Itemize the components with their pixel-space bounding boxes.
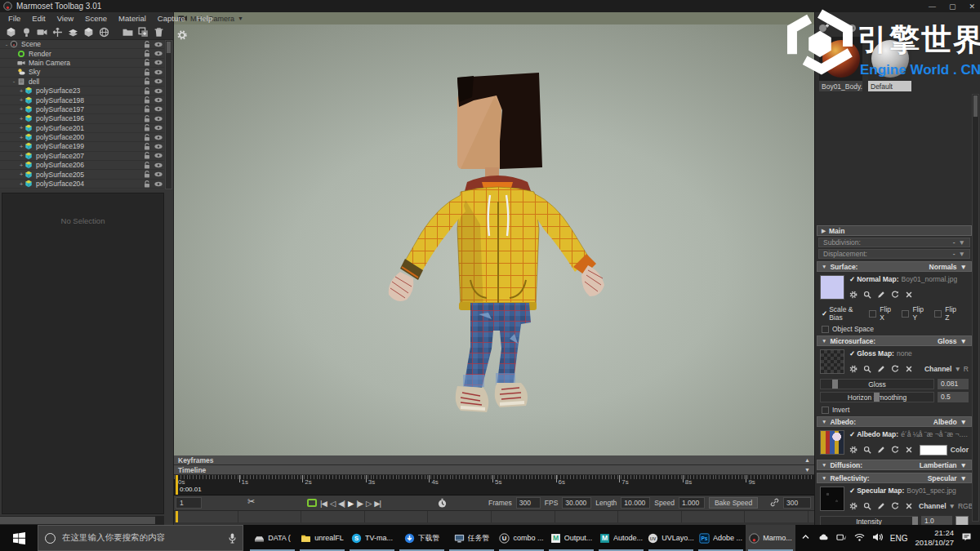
visibility-eye-icon[interactable] [153,106,164,112]
expand-up-icon[interactable]: ▲ [804,457,810,463]
lock-icon[interactable] [141,152,153,159]
minimize-button[interactable]: — [929,2,936,11]
visibility-eye-icon[interactable] [153,88,164,94]
title-bar[interactable]: Marmoset Toolbag 3.01 — ▢ ✕ [0,0,980,12]
open-folder-icon[interactable] [121,26,135,38]
playhead[interactable] [176,511,178,522]
scene-node-polysurface204[interactable]: + polySurface204 [0,180,164,189]
visibility-eye-icon[interactable] [153,125,164,131]
scene-node-dell[interactable]: - dell [0,78,164,87]
speaker-icon[interactable] [872,532,883,544]
section-main[interactable]: ▶ Main [817,225,972,236]
scene-node-render[interactable]: Render [0,49,164,58]
expander[interactable]: + [18,162,24,169]
lock-icon[interactable] [141,171,153,178]
scene-node-polysurface23[interactable]: + polySurface23 [0,87,164,96]
expander[interactable]: + [18,124,24,131]
diffusion-mode-dropdown[interactable]: Lambertian▼ [920,461,967,469]
lock-icon[interactable] [141,41,153,48]
scene-node-polysurface196[interactable]: + polySurface196 [0,114,164,123]
lock-icon[interactable] [141,59,153,66]
jump-end-button[interactable]: ▶| [374,499,381,508]
scene-tree-scrollbar[interactable] [165,40,172,189]
add-shadow-icon[interactable] [66,26,80,38]
menu-view[interactable]: View [52,13,78,24]
playhead[interactable] [176,475,178,495]
lock-icon[interactable] [141,50,153,57]
visibility-eye-icon[interactable] [153,135,164,140]
tray-chevron-up-icon[interactable] [800,532,811,544]
visibility-eye-icon[interactable] [153,171,164,177]
reflectivity-mode-dropdown[interactable]: Specular▼ [928,474,967,482]
cut-keyframe-icon[interactable]: ✂ [247,496,255,507]
viewport-header[interactable]: Main Camera ▼ [174,12,814,24]
visibility-eye-icon[interactable] [153,69,164,75]
menu-edit[interactable]: Edit [27,13,50,24]
clear-icon[interactable] [905,362,913,376]
jump-start-button[interactable]: |◀ [320,499,327,508]
duplicate-icon[interactable] [136,26,150,38]
albedo-map-thumbnail[interactable] [820,430,844,455]
menu-scene[interactable]: Scene [80,13,112,24]
section-albedo[interactable]: ▼ Albedo: Albedo▼ [817,416,972,427]
lock-icon[interactable] [141,69,153,76]
lock-icon[interactable] [141,87,153,95]
gear-icon[interactable] [849,287,858,302]
add-light-icon[interactable] [20,26,33,38]
gear-icon[interactable] [849,499,858,513]
close-button[interactable]: ✕ [969,2,975,11]
flip-x-checkbox[interactable]: Flip X [869,305,892,322]
reload-icon[interactable] [891,362,899,376]
microphone-icon[interactable] [229,533,236,544]
menu-capture[interactable]: Capture [153,13,190,24]
play-reverse-button[interactable]: ◁ [330,499,335,508]
taskbar-app-photoshop[interactable]: PsAdobe ... [696,525,746,551]
horizon-smoothing-slider[interactable]: Horizon Smoothing 0.5 [820,392,969,402]
visibility-eye-icon[interactable] [153,78,164,84]
invert-checkbox[interactable]: Invert [822,406,849,414]
add-camera-icon[interactable] [35,26,49,38]
gear-icon[interactable] [849,362,858,376]
bake-speed-button[interactable]: Bake Speed [709,497,758,509]
taskbar-clock[interactable]: 21:24 2018/10/27 [915,528,954,548]
delete-icon[interactable] [152,26,166,38]
subdivision-dropdown[interactable]: Subdivision: -▼ [818,238,970,247]
flip-z-checkbox[interactable]: Flip Z [934,305,957,322]
taskbar-app-uvlayout[interactable]: UVUVLayo... [646,525,696,551]
scene-node-polysurface199[interactable]: + polySurface199 [0,142,164,151]
new-material-icon[interactable] [818,22,829,37]
lock-icon[interactable] [141,162,153,169]
input-language-indicator[interactable]: ENG [890,534,908,543]
lock-icon[interactable] [141,78,153,85]
menu-file[interactable]: File [3,13,25,24]
action-center-icon[interactable] [961,532,972,544]
step-back-button[interactable]: ◀| [338,499,345,508]
taskbar-app-monitor[interactable]: 任务管 [447,525,497,551]
gear-icon[interactable] [849,442,858,457]
surface-mode-dropdown[interactable]: Normals▼ [929,263,967,271]
loop-button[interactable] [307,499,317,507]
timeline-ruler[interactable]: 0s1s2s3s4s5s6s7s8s9s 0:00.01 [174,475,814,495]
horizon-smoothing-value[interactable]: 0.5 [938,392,969,402]
section-diffusion[interactable]: ▼ Diffusion: Lambertian▼ [817,460,972,470]
lock-icon[interactable] [141,134,153,141]
expander[interactable]: + [18,115,24,122]
albedo-color-swatch[interactable] [920,445,947,455]
viewport-3d[interactable]: Main Camera ▼ [173,12,814,455]
play-alt-button[interactable]: ▷ [366,499,371,508]
clear-icon[interactable] [905,287,913,302]
expand-down-icon[interactable]: ▼ [804,467,810,473]
menu-material[interactable]: Material [114,13,151,24]
object-space-checkbox[interactable]: Object Space [822,325,874,333]
transform-icon[interactable] [51,26,65,38]
material-tile-boy01[interactable]: Boy01_Body... [819,37,862,91]
visibility-eye-icon[interactable] [153,97,164,103]
expander[interactable]: + [18,152,24,159]
section-microsurface[interactable]: ▼ Microsurface: Gloss▼ [817,335,972,346]
tablet-pen-icon[interactable] [836,532,847,544]
reload-icon[interactable] [891,287,899,302]
taskbar-search-input[interactable]: 在这里输入你要搜索的内容 [38,525,243,551]
visibility-eye-icon[interactable] [153,144,164,149]
add-object-icon[interactable] [4,26,18,38]
taskbar-app-m-green[interactable]: MOutput... [546,525,596,551]
